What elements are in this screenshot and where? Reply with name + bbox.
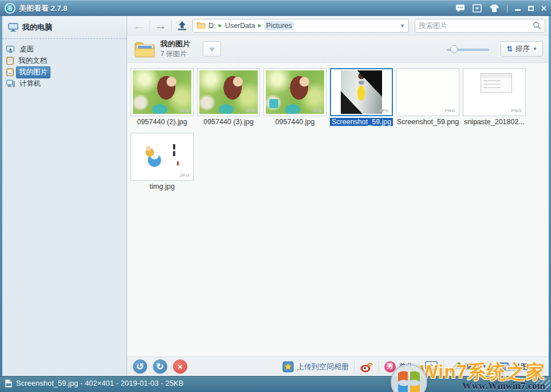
window-title: 美图看看 2.7.8 [19, 3, 68, 14]
slider-thumb[interactable] [450, 45, 458, 53]
sort-icon: ⇅ [506, 45, 513, 53]
edit-caret-icon: ▼ [482, 364, 487, 369]
weibo-button[interactable] [360, 361, 373, 373]
format-badge: JPG [312, 108, 322, 113]
main-panel: ← → D: ▶ UserData ▶ Pictures ▼ [127, 16, 549, 376]
thumbnail-filename: 0957440.jpg [263, 118, 326, 126]
slideshow-button[interactable] [424, 361, 438, 373]
search-input[interactable] [419, 22, 533, 30]
heart-icon: ♥ [210, 44, 215, 54]
thumbnail-filename: 0957440 (2).jpg [131, 118, 194, 126]
beautify-label: 美化 [399, 362, 414, 372]
beautify-button[interactable]: 秀 美化 [384, 361, 414, 373]
thumbnail-area: JPG 0957440 (2).jpg JPG 0957440 (3).jpg … [127, 63, 549, 357]
folder-title: 我的图片 [160, 39, 190, 49]
sort-button[interactable]: ⇅ 排序 ▼ [501, 41, 543, 57]
thumbnail-item[interactable]: JPG 0957440 (2).jpg [131, 68, 194, 126]
up-folder-button[interactable] [176, 21, 188, 31]
computer-icon [6, 80, 15, 88]
format-badge: JPG [379, 108, 389, 113]
sidebar-item-label: 计算机 [17, 78, 44, 89]
thumbnail-filename: Screenshot_59.jpg [330, 118, 393, 126]
status-bar: Screenshot_59.jpg - 402×401 - 2019-01-03… [0, 376, 551, 392]
sidebar-list: 桌面 我的文档 我的图片 计算机 [2, 39, 127, 89]
upload-qzone-button[interactable]: 上传到空间相册 [282, 361, 349, 373]
format-badge: JPG [179, 173, 190, 178]
format-badge: PNG [444, 108, 455, 113]
edit-icon [449, 361, 462, 373]
feedback-icon[interactable] [455, 4, 465, 13]
xiu-icon: 秀 [384, 361, 396, 373]
thumbnail-item[interactable]: PNG snipaste_201802... [463, 68, 526, 126]
thumbnail-item[interactable]: JPG timg.jpg [131, 133, 194, 191]
sidebar-item-label: 桌面 [17, 44, 36, 55]
format-badge: PNG [511, 108, 522, 113]
sidebar-item-computer[interactable]: 计算机 [6, 78, 127, 89]
navigation-bar: ← → D: ▶ UserData ▶ Pictures ▼ [127, 16, 549, 35]
sidebar-header-label: 我的电脑 [22, 22, 52, 33]
pictures-icon [6, 68, 14, 76]
collage-icon [498, 361, 510, 373]
thumbnail-item[interactable]: JPG 0957440.jpg [263, 68, 326, 126]
delete-button[interactable]: × [173, 359, 187, 374]
app-window: 看 美图看看 2.7.8 × 我的电脑 [0, 0, 551, 392]
sort-label: 排序 [515, 44, 530, 54]
collage-label: 拼图 [513, 362, 528, 372]
folder-count: 7 张图片 [160, 49, 190, 59]
format-badge: JPG [246, 108, 256, 113]
titlebar-separator [507, 5, 507, 13]
format-badge: JPG [179, 108, 190, 113]
sidebar-item-desktop[interactable]: 桌面 [6, 43, 127, 55]
documents-icon [6, 57, 14, 65]
my-computer-icon [8, 23, 18, 32]
zoom-slider[interactable] [447, 45, 489, 53]
search-icon[interactable] [533, 21, 541, 30]
menu-icon[interactable] [473, 4, 482, 13]
thumbnail-item[interactable]: PNG Screenshot_59.png [396, 68, 459, 126]
sidebar-item-documents[interactable]: 我的文档 [6, 55, 127, 66]
skin-icon[interactable] [489, 4, 499, 13]
sidebar-item-label: 我的文档 [16, 56, 49, 66]
rotate-left-button[interactable]: ↺ [133, 359, 147, 374]
app-logo-icon: 看 [5, 3, 15, 14]
collage-button[interactable]: 拼图 [498, 361, 528, 373]
add-button[interactable]: + [536, 359, 544, 374]
resize-grip[interactable] [536, 378, 550, 390]
sidebar-item-pictures[interactable]: 我的图片 [6, 66, 127, 78]
thumbnail-filename: 0957440 (3).jpg [197, 118, 260, 126]
folder-icon [134, 40, 156, 58]
favorite-button[interactable]: ♥ [203, 41, 221, 57]
maximize-button[interactable] [528, 6, 534, 11]
address-bar[interactable]: D: ▶ UserData ▶ Pictures ▼ [192, 19, 409, 33]
breadcrumb-folder[interactable]: UserData [225, 22, 255, 30]
rotate-right-button[interactable]: ↻ [153, 359, 167, 374]
sidebar-header: 我的电脑 [2, 16, 127, 39]
desktop-icon [6, 46, 15, 53]
titlebar: 看 美图看看 2.7.8 × [0, 0, 551, 16]
edit-button[interactable]: 编辑 ▼ [449, 361, 487, 373]
sidebar-item-label: 我的图片 [16, 66, 50, 78]
address-folder-icon [196, 22, 206, 29]
thumbnail-filename: timg.jpg [131, 183, 194, 191]
thumbnail-item-selected[interactable]: JPG Screenshot_59.jpg [330, 68, 393, 126]
thumbnail-filename: Screenshot_59.png [396, 118, 459, 126]
jpg-file-icon [5, 379, 13, 388]
overlay-badge [269, 99, 278, 108]
sort-caret-icon: ▼ [533, 46, 537, 52]
edit-label: 编辑 [465, 362, 479, 372]
search-box [415, 19, 545, 33]
close-button[interactable]: × [541, 4, 546, 13]
thumbnail-item[interactable]: JPG 0957440 (3).jpg [197, 68, 260, 126]
upload-label: 上传到空间相册 [297, 362, 349, 372]
thumbnail-grid: JPG 0957440 (2).jpg JPG 0957440 (3).jpg … [131, 68, 549, 197]
address-dropdown-icon[interactable]: ▼ [400, 23, 405, 29]
back-button[interactable]: ← [133, 19, 145, 31]
sidebar: 我的电脑 桌面 我的文档 我的图片 计算机 [2, 16, 127, 376]
qzone-icon [282, 361, 294, 373]
breadcrumb-drive[interactable]: D: [208, 22, 216, 30]
minimize-button[interactable] [515, 6, 521, 11]
forward-button[interactable]: → [155, 19, 167, 31]
thumbnail-filename: snipaste_201802... [463, 118, 526, 126]
breadcrumb-folder-current[interactable]: Pictures [265, 21, 294, 30]
folder-header: 我的图片 7 张图片 ♥ ⇅ 排序 ▼ [127, 35, 549, 63]
